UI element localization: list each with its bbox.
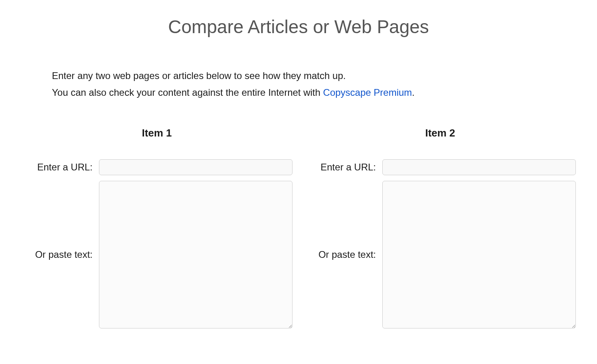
item-1-text-area[interactable] — [99, 181, 293, 328]
item-2-text-label: Or paste text: — [304, 249, 382, 260]
page-title: Compare Articles or Web Pages — [0, 16, 597, 38]
item-1-url-input[interactable] — [99, 159, 293, 175]
item-1-column: Item 1 Enter a URL: Or paste text: — [21, 127, 293, 334]
item-2-text-row: Or paste text: — [304, 181, 576, 328]
item-2-text-area[interactable] — [382, 181, 576, 328]
intro-line-2-prefix: You can also check your content against … — [52, 87, 323, 98]
item-1-url-row: Enter a URL: — [21, 159, 293, 175]
item-2-heading: Item 2 — [304, 127, 576, 139]
item-1-url-label: Enter a URL: — [21, 162, 99, 173]
intro-line-2-suffix: . — [412, 87, 415, 98]
item-2-url-label: Enter a URL: — [304, 162, 382, 173]
intro-line-2: You can also check your content against … — [52, 84, 597, 101]
intro-section: Enter any two web pages or articles belo… — [52, 67, 597, 101]
item-2-column: Item 2 Enter a URL: Or paste text: — [304, 127, 576, 334]
item-1-text-label: Or paste text: — [21, 249, 99, 260]
item-1-text-row: Or paste text: — [21, 181, 293, 328]
item-2-url-input[interactable] — [382, 159, 576, 175]
item-1-heading: Item 1 — [21, 127, 293, 139]
copyscape-premium-link[interactable]: Copyscape Premium — [323, 87, 412, 98]
item-2-url-row: Enter a URL: — [304, 159, 576, 175]
intro-line-1: Enter any two web pages or articles belo… — [52, 67, 597, 84]
compare-columns: Item 1 Enter a URL: Or paste text: Item … — [0, 127, 597, 334]
page-container: Compare Articles or Web Pages Enter any … — [0, 0, 597, 334]
